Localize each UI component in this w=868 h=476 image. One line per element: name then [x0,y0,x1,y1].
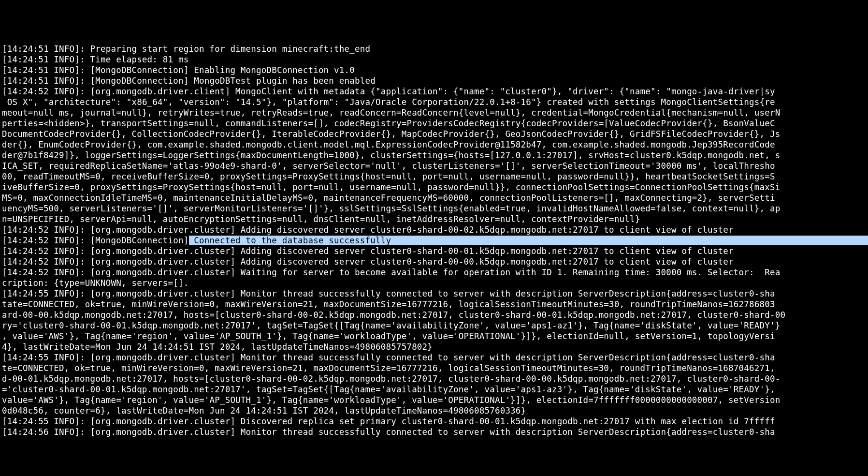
log-line: [14:24:55 INFO]: [org.mongodb.driver.clu… [2,352,866,363]
log-line: [14:24:52 INFO]: [org.mongodb.driver.clu… [2,267,866,278]
log-line: value='AWS'}, Tag{name='region', value='… [2,395,866,405]
log-line: n=UNSPECIFIED, serverApi=null, autoEncry… [2,214,866,224]
log-line: uencyMS=500, serverListeners='[]', serve… [2,203,866,214]
log-line: [14:24:51 INFO]: [MongoDBConnection] Ena… [2,65,866,75]
log-line: meout=null ms, journal=null}, retryWrite… [2,107,866,118]
log-timestamp: [14:24:52 INFO]: [MongoDBConnection] [2,236,189,245]
log-line: der@7b1f8429]}, loggerSettings=LoggerSet… [2,150,866,161]
log-line: [14:24:52 INFO]: [MongoDBConnection] Con… [2,235,866,246]
log-line: [14:24:56 INFO]: [org.mongodb.driver.clu… [2,427,866,437]
log-line: 0d048c56, counter=6}, lastWriteDate=Mon … [2,405,866,416]
log-line: DocumentCodecProvider{}, CollectionCodec… [2,129,866,139]
log-line: te=CONNECTED, ok=true, minWireVersion=0,… [2,363,866,373]
log-line: 00, readTimeoutMS=0, receiveBufferSize=0… [2,171,866,182]
log-line: [14:24:51 INFO]: [MongoDBConnection] Mon… [2,75,866,86]
log-line: ICA_SET, requiredReplicaSetName='atlas-9… [2,161,866,171]
log-highlighted-text: Connected to the database successfully [189,236,868,245]
log-line: perties=<hidden>}, transportSettings=nul… [2,118,866,129]
log-line: [14:24:55 INFO]: [org.mongodb.driver.clu… [2,416,866,427]
log-line: [14:24:51 INFO]: Time elapsed: 81 ms [2,54,866,65]
log-line: [14:24:52 INFO]: [org.mongodb.driver.cli… [2,86,866,97]
log-line: [14:24:52 INFO]: [org.mongodb.driver.clu… [2,256,866,267]
log-line: MS=0, maxConnectionIdleTimeMS=0, mainten… [2,193,866,203]
terminal-output[interactable]: [14:24:51 INFO]: Preparing start region … [2,44,866,437]
log-line: cription: {type=UNKNOWN, servers=[]. [2,278,866,288]
log-line: 4}, lastWriteDate=Mon Jun 24 14:24:51 IS… [2,342,866,352]
log-line: , value='AWS'}, Tag{name='region', value… [2,331,866,342]
log-line: [14:24:52 INFO]: [org.mongodb.driver.clu… [2,246,866,256]
log-line: OS X", "architecture": "x86_64", "versio… [2,97,866,107]
log-line: [14:24:52 INFO]: [org.mongodb.driver.clu… [2,224,866,235]
log-line: [14:24:51 INFO]: Preparing start region … [2,44,866,54]
log-line: ='cluster0-shard-00-01.k5dqp.mongodb.net… [2,384,866,395]
log-line: iveBufferSize=0, proxySettings=ProxySett… [2,182,866,193]
log-line: [14:24:55 INFO]: [org.mongodb.driver.clu… [2,288,866,299]
log-line: d-00-01.k5dqp.mongodb.net:27017, hosts=[… [2,373,866,384]
log-line: ry='cluster0-shard-00-01.k5dqp.mongodb.n… [2,320,866,331]
log-line: der{}, EnumCodecProvider{}, com.example.… [2,139,866,150]
log-line: ard-00-00.k5dqp.mongodb.net:27017, hosts… [2,310,866,320]
log-line: tate=CONNECTED, ok=true, minWireVersion=… [2,299,866,310]
